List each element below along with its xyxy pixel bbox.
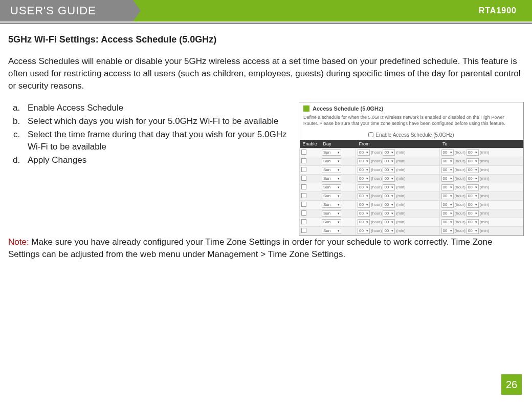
chevron-down-icon: ▾	[338, 159, 340, 163]
hour-label: (hour)	[371, 228, 382, 233]
min-select[interactable]: 00▾	[467, 176, 479, 182]
hour-select[interactable]: 00▾	[441, 228, 454, 234]
day-select[interactable]: Sun▾	[322, 210, 341, 217]
min-select[interactable]: 00▾	[467, 150, 479, 156]
min-select[interactable]: 00▾	[467, 167, 479, 173]
hour-select[interactable]: 00▾	[358, 193, 370, 199]
day-select[interactable]: Sun▾	[322, 228, 341, 234]
chevron-down-icon: ▾	[338, 194, 340, 198]
chevron-down-icon: ▾	[450, 168, 452, 172]
hour-label: (hour)	[371, 185, 382, 189]
day-select[interactable]: Sun▾	[322, 167, 341, 173]
day-select[interactable]: Sun▾	[322, 158, 341, 164]
chevron-down-icon: ▾	[338, 229, 340, 233]
min-select[interactable]: 00▾	[383, 210, 395, 217]
day-select[interactable]: Sun▾	[322, 193, 341, 199]
hour-select[interactable]: 00▾	[441, 167, 454, 173]
hour-select[interactable]: 00▾	[441, 150, 454, 156]
hour-select[interactable]: 00▾	[358, 228, 370, 234]
row-enable-checkbox[interactable]	[301, 167, 306, 172]
hour-select[interactable]: 00▾	[358, 158, 370, 164]
hour-select[interactable]: 00▾	[441, 210, 454, 217]
chevron-down-icon: ▾	[338, 211, 340, 216]
chevron-down-icon: ▾	[450, 185, 452, 189]
hour-select[interactable]: 00▾	[441, 193, 454, 199]
min-label: (min)	[480, 167, 489, 172]
col-day: Day	[320, 140, 356, 148]
min-select[interactable]: 00▾	[467, 193, 479, 199]
chevron-down-icon: ▾	[366, 177, 368, 181]
hour-select[interactable]: 00▾	[358, 167, 370, 173]
chevron-down-icon: ▾	[366, 159, 368, 163]
hour-select[interactable]: 00▾	[441, 184, 454, 190]
min-select[interactable]: 00▾	[383, 228, 395, 234]
min-select[interactable]: 00▾	[383, 158, 395, 164]
min-label: (min)	[480, 211, 489, 216]
day-select[interactable]: Sun▾	[322, 176, 341, 182]
row-enable-checkbox[interactable]	[301, 150, 306, 155]
day-select[interactable]: Sun▾	[322, 202, 341, 208]
note-text: Make sure you have already configured yo…	[8, 237, 492, 259]
hour-label: (hour)	[455, 211, 465, 216]
min-select[interactable]: 00▾	[383, 219, 395, 225]
min-select[interactable]: 00▾	[383, 176, 395, 182]
min-select[interactable]: 00▾	[467, 202, 479, 208]
hour-select[interactable]: 00▾	[358, 184, 370, 190]
min-select[interactable]: 00▾	[383, 184, 395, 190]
step-item: Apply Changes	[23, 154, 291, 166]
row-enable-checkbox[interactable]	[301, 228, 306, 233]
chevron-down-icon: ▾	[391, 203, 393, 207]
chevron-down-icon: ▾	[450, 177, 452, 181]
chevron-down-icon: ▾	[475, 211, 477, 216]
min-label: (min)	[396, 228, 405, 233]
chevron-down-icon: ▾	[338, 203, 340, 207]
hour-label: (hour)	[371, 150, 382, 155]
min-select[interactable]: 00▾	[383, 193, 395, 199]
row-enable-checkbox[interactable]	[301, 158, 306, 163]
min-select[interactable]: 00▾	[467, 219, 479, 225]
row-enable-checkbox[interactable]	[301, 176, 306, 181]
day-select[interactable]: Sun▾	[322, 184, 341, 190]
hour-select[interactable]: 00▾	[441, 202, 454, 208]
step-item: Select which days you wish for your 5.0G…	[23, 115, 291, 127]
min-select[interactable]: 00▾	[467, 228, 479, 234]
chevron-down-icon: ▾	[366, 168, 368, 172]
chevron-down-icon: ▾	[338, 151, 340, 155]
hour-select[interactable]: 00▾	[441, 158, 454, 164]
min-select[interactable]: 00▾	[467, 210, 479, 217]
row-enable-checkbox[interactable]	[301, 202, 306, 207]
hour-select[interactable]: 00▾	[441, 176, 454, 182]
section-title: 5GHz Wi-Fi Settings: Access Schedule (5.…	[8, 34, 524, 45]
screenshot-title: Access Schedule (5.0GHz)	[313, 105, 383, 112]
hour-select[interactable]: 00▾	[358, 210, 370, 217]
day-select[interactable]: Sun▾	[322, 150, 341, 156]
chevron-down-icon: ▾	[475, 229, 477, 233]
hour-select[interactable]: 00▾	[358, 150, 370, 156]
chevron-down-icon: ▾	[391, 159, 393, 163]
chevron-down-icon: ▾	[450, 194, 452, 198]
hour-select[interactable]: 00▾	[358, 202, 370, 208]
chevron-down-icon: ▾	[366, 151, 368, 155]
min-select[interactable]: 00▾	[383, 167, 395, 173]
chevron-down-icon: ▾	[450, 151, 452, 155]
chevron-down-icon: ▾	[391, 229, 393, 233]
hour-label: (hour)	[371, 220, 382, 224]
day-select[interactable]: Sun▾	[322, 219, 341, 225]
hour-select[interactable]: 00▾	[358, 176, 370, 182]
min-select[interactable]: 00▾	[467, 158, 479, 164]
row-enable-checkbox[interactable]	[301, 184, 306, 189]
hour-label: (hour)	[455, 159, 465, 163]
hour-select[interactable]: 00▾	[358, 219, 370, 225]
chevron-down-icon: ▾	[338, 185, 340, 189]
row-enable-checkbox[interactable]	[301, 193, 306, 198]
row-enable-checkbox[interactable]	[301, 219, 306, 224]
row-enable-checkbox[interactable]	[301, 210, 306, 216]
min-select[interactable]: 00▾	[467, 184, 479, 190]
enable-schedule-checkbox[interactable]	[368, 132, 373, 137]
chevron-down-icon: ▾	[475, 220, 477, 224]
min-select[interactable]: 00▾	[383, 202, 395, 208]
table-row: Sun▾00▾(hour) 00▾(min)00▾(hour) 00▾(min)	[300, 148, 523, 157]
hour-select[interactable]: 00▾	[441, 219, 454, 225]
min-select[interactable]: 00▾	[383, 150, 395, 156]
chevron-down-icon: ▾	[391, 220, 393, 224]
